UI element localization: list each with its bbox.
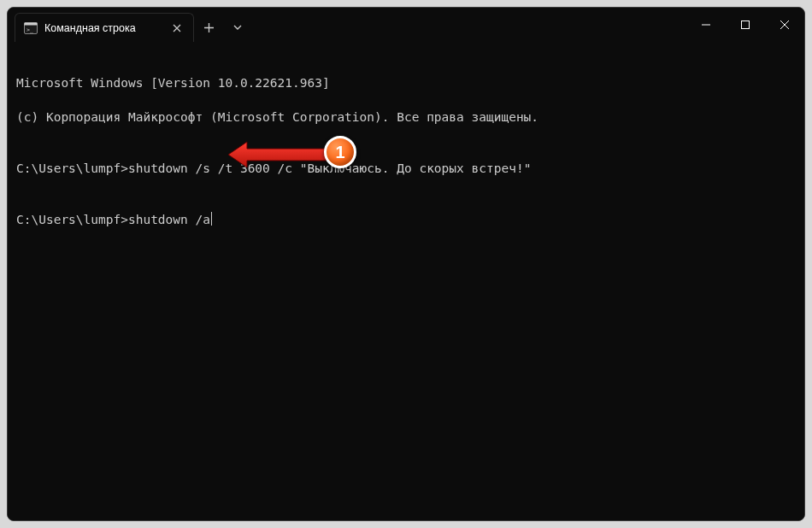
tab-command-prompt[interactable]: >_ Командная строка bbox=[15, 13, 194, 42]
terminal-output[interactable]: Microsoft Windows [Version 10.0.22621.96… bbox=[8, 42, 804, 520]
prompt-command: shutdown /s /t 3600 /c "Выключаюсь. До с… bbox=[128, 161, 531, 175]
cmd-icon: >_ bbox=[24, 21, 38, 35]
prompt-prefix: C:\Users\lumpf> bbox=[16, 213, 128, 226]
svg-rect-1 bbox=[25, 22, 38, 25]
terminal-window: >_ Командная строка bbox=[7, 7, 805, 521]
svg-text:>_: >_ bbox=[26, 26, 33, 32]
tab-dropdown-button[interactable] bbox=[223, 8, 252, 42]
window-controls bbox=[686, 8, 804, 42]
close-button[interactable] bbox=[765, 8, 804, 42]
titlebar[interactable]: >_ Командная строка bbox=[8, 8, 804, 42]
output-line: Microsoft Windows [Version 10.0.22621.96… bbox=[16, 74, 796, 91]
prompt-line-active: C:\Users\lumpf>shutdown /a bbox=[16, 211, 796, 228]
prompt-command: shutdown /a bbox=[128, 213, 210, 226]
tabs-area: >_ Командная строка bbox=[8, 8, 194, 42]
titlebar-drag-area[interactable] bbox=[252, 8, 686, 42]
tab-title: Командная строка bbox=[44, 22, 162, 34]
new-tab-button[interactable] bbox=[194, 8, 223, 42]
minimize-button[interactable] bbox=[686, 8, 726, 42]
text-cursor bbox=[211, 212, 213, 226]
svg-rect-3 bbox=[742, 21, 750, 29]
tab-close-button[interactable] bbox=[169, 21, 185, 36]
prompt-prefix: C:\Users\lumpf> bbox=[16, 161, 128, 175]
prompt-line: C:\Users\lumpf>shutdown /s /t 3600 /c "В… bbox=[16, 160, 796, 177]
output-line: (c) Корпорация Майкрософт (Microsoft Cor… bbox=[16, 109, 796, 126]
maximize-button[interactable] bbox=[726, 8, 765, 42]
